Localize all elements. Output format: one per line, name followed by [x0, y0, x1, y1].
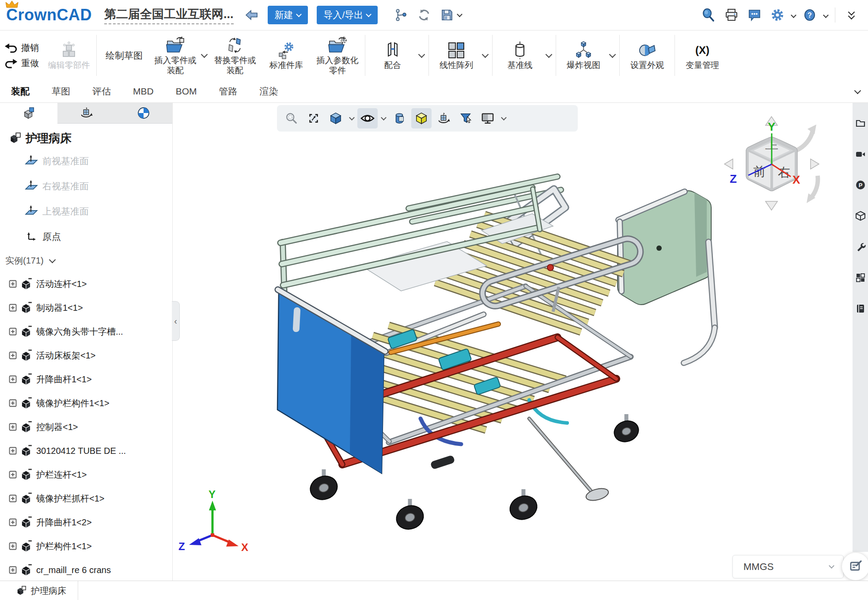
- search-button[interactable]: [701, 8, 716, 23]
- standard-library-button[interactable]: 标准件库: [261, 30, 312, 80]
- expand-icon[interactable]: [9, 399, 17, 407]
- tab-assembly-tree[interactable]: [0, 102, 57, 124]
- tree-item-part[interactable]: 活动床板架<1>: [0, 343, 172, 367]
- variable-manage-button[interactable]: (X) 变量管理: [677, 30, 728, 80]
- print-button[interactable]: [724, 8, 739, 23]
- tab-sketch[interactable]: 草图: [41, 80, 81, 102]
- sidebar-parking-button[interactable]: P: [855, 170, 866, 200]
- mate-chevron[interactable]: [418, 51, 425, 58]
- visibility-button[interactable]: [357, 108, 378, 128]
- tab-mbd[interactable]: MBD: [122, 80, 165, 102]
- viewcube-arrow-right[interactable]: [811, 159, 819, 169]
- units-dropdown[interactable]: MMGS: [732, 555, 844, 578]
- tree-item-part[interactable]: 镜像六角头带十字槽...: [0, 320, 172, 343]
- set-appearance-button[interactable]: 设置外观: [622, 30, 673, 80]
- tree-item-top-plane[interactable]: 上视基准面: [0, 199, 172, 224]
- expand-icon[interactable]: [9, 304, 17, 312]
- expand-icon[interactable]: [9, 375, 17, 383]
- annotation-button[interactable]: [842, 553, 868, 580]
- tab-bom[interactable]: BOM: [165, 80, 208, 102]
- datum-line-chevron[interactable]: [546, 51, 553, 58]
- exploded-view-button[interactable]: 爆炸视图: [558, 38, 609, 72]
- undo-button[interactable]: 撤销: [4, 42, 39, 54]
- save-button[interactable]: [440, 8, 455, 23]
- expand-icon[interactable]: [9, 566, 17, 574]
- expand-icon[interactable]: [9, 328, 17, 336]
- sidebar-tools-button[interactable]: [855, 231, 866, 262]
- tree-instances-header[interactable]: 实例(171): [0, 249, 172, 272]
- save-options-chevron[interactable]: [457, 11, 462, 17]
- tabbar-chevron[interactable]: [854, 87, 861, 94]
- sidebar-notebook-button[interactable]: [855, 293, 866, 324]
- expand-icon[interactable]: [9, 518, 17, 526]
- select-region-button[interactable]: [303, 108, 324, 128]
- filter-button[interactable]: [455, 108, 476, 128]
- insert-part-chevron[interactable]: [201, 51, 208, 58]
- version-branch-button[interactable]: [394, 8, 409, 23]
- tree-item-part[interactable]: 制动器1<1>: [0, 296, 172, 320]
- tab-motion[interactable]: [57, 102, 115, 124]
- tree-item-part[interactable]: cr_maill_re 6 crans: [0, 558, 172, 582]
- screen-display-button[interactable]: [478, 108, 498, 128]
- tree-item-part[interactable]: 30120412 TUBE DE ...: [0, 439, 172, 463]
- visibility-chevron[interactable]: [381, 115, 387, 121]
- settings-chevron[interactable]: [791, 12, 796, 18]
- sidebar-blocks-button[interactable]: [855, 262, 866, 293]
- tree-root-assembly[interactable]: 护理病床: [0, 128, 172, 148]
- new-button[interactable]: 新建: [268, 6, 308, 24]
- document-title[interactable]: 第二届全国工业互联网...: [104, 6, 234, 24]
- feedback-button[interactable]: [747, 8, 762, 23]
- expand-icon[interactable]: [9, 351, 17, 359]
- tree-item-part[interactable]: 护栏构件1<1>: [0, 534, 172, 558]
- datum-line-button[interactable]: 基准线: [494, 38, 546, 72]
- help-button[interactable]: ?: [802, 8, 817, 23]
- viewcube-arrow-left[interactable]: [724, 159, 733, 169]
- expand-icon[interactable]: [9, 542, 17, 550]
- tree-item-right-plane[interactable]: 右视基准面: [0, 174, 172, 199]
- help-chevron[interactable]: [823, 12, 829, 18]
- panel-collapse-handle[interactable]: ‹: [172, 301, 180, 341]
- tree-item-part[interactable]: 护栏连杆<1>: [0, 463, 172, 487]
- zoom-tool-button[interactable]: [281, 108, 302, 128]
- sidebar-model-button[interactable]: [855, 200, 866, 231]
- linear-pattern-chevron[interactable]: [482, 51, 489, 58]
- rotate-view-button[interactable]: [433, 108, 454, 128]
- tree-item-part[interactable]: 镜像护栏构件1<1>: [0, 391, 172, 415]
- tree-item-origin[interactable]: 原点: [0, 224, 172, 249]
- open-document-tab[interactable]: 护理病床: [0, 581, 78, 600]
- tab-named-views[interactable]: [115, 102, 172, 124]
- tree-item-part[interactable]: 升降曲杆1<1>: [0, 367, 172, 391]
- sync-button[interactable]: [417, 8, 432, 23]
- insert-part-button[interactable]: 插入零件或 装配: [150, 34, 201, 78]
- expand-icon[interactable]: [9, 423, 17, 431]
- expand-icon[interactable]: [9, 280, 17, 288]
- tab-assembly[interactable]: 装配: [0, 80, 41, 102]
- viewcube-arrow-down[interactable]: [766, 201, 777, 210]
- linear-pattern-button[interactable]: 线性阵列: [431, 38, 482, 72]
- section-view-button[interactable]: [389, 108, 409, 128]
- display-style-button[interactable]: [326, 108, 346, 128]
- tree-item-part[interactable]: 升降曲杆1<2>: [0, 510, 172, 534]
- back-button[interactable]: [244, 8, 259, 23]
- settings-button[interactable]: [770, 8, 785, 23]
- expand-icon[interactable]: [9, 494, 17, 502]
- screen-display-chevron[interactable]: [501, 115, 507, 121]
- expand-icon[interactable]: [9, 447, 17, 455]
- collapse-ribbon-button[interactable]: [844, 8, 859, 23]
- draw-sketch-button[interactable]: 绘制草图: [99, 30, 150, 80]
- crowncad-logo[interactable]: CrownCAD: [6, 6, 92, 24]
- redo-button[interactable]: 重做: [4, 57, 39, 69]
- mate-button[interactable]: 配合: [367, 38, 418, 72]
- tree-item-part[interactable]: 活动连杆<1>: [0, 272, 172, 296]
- expand-icon[interactable]: [9, 471, 17, 479]
- display-style-chevron[interactable]: [349, 115, 355, 121]
- replace-part-button[interactable]: 替换零件或 装配: [209, 30, 261, 80]
- viewcube-rotate-cw[interactable]: [796, 131, 813, 151]
- tab-piping[interactable]: 管路: [208, 80, 249, 102]
- tab-render[interactable]: 渲染: [249, 80, 289, 102]
- tree-item-part[interactable]: 镜像护栏抓杆<1>: [0, 487, 172, 510]
- tree-item-front-plane[interactable]: 前视基准面: [0, 148, 172, 174]
- edit-component-button[interactable]: 编辑零部件: [43, 30, 95, 80]
- view-cube[interactable]: 上 前 右 Y Z X: [713, 104, 833, 219]
- tree-item-part[interactable]: 控制器<1>: [0, 415, 172, 439]
